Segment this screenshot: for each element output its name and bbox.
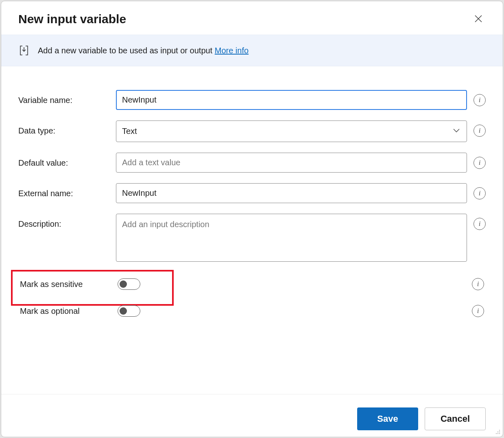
row-variable-name: Variable name: i	[18, 90, 486, 110]
external-name-input[interactable]	[116, 183, 467, 203]
banner-text-content: Add a new variable to be used as input o…	[38, 46, 215, 55]
row-external-name: External name: i	[18, 183, 486, 203]
banner-text: Add a new variable to be used as input o…	[38, 46, 249, 55]
variable-name-info-icon[interactable]: i	[473, 94, 486, 106]
row-description: Description: i	[18, 214, 486, 262]
external-name-label: External name:	[18, 183, 116, 198]
row-data-type: Data type: Text i	[18, 120, 486, 142]
data-type-info-icon[interactable]: i	[473, 125, 486, 137]
mark-sensitive-toggle[interactable]	[118, 278, 140, 290]
info-banner: Add a new variable to be used as input o…	[1, 35, 503, 66]
dialog-title: New input variable	[18, 12, 126, 26]
default-value-label: Default value:	[18, 153, 116, 168]
description-info-icon[interactable]: i	[473, 218, 486, 230]
data-type-select[interactable]: Text	[116, 120, 467, 142]
variable-name-label: Variable name:	[18, 90, 116, 105]
save-button[interactable]: Save	[357, 407, 418, 430]
chevron-down-icon	[452, 126, 461, 137]
mark-optional-label: Mark as optional	[20, 307, 118, 316]
mark-sensitive-label: Mark as sensitive	[20, 280, 118, 289]
default-value-info-icon[interactable]: i	[473, 157, 486, 169]
cancel-button[interactable]: Cancel	[425, 407, 486, 430]
more-info-link[interactable]: More info	[215, 46, 249, 55]
svg-point-5	[499, 431, 500, 432]
new-input-variable-dialog: New input variable Add a new variable to…	[1, 1, 503, 437]
mark-optional-info-icon[interactable]: i	[472, 305, 484, 317]
row-mark-sensitive: Mark as sensitive i	[18, 272, 486, 296]
mark-optional-toggle[interactable]	[118, 305, 140, 317]
toggle-knob	[120, 280, 127, 288]
input-variable-icon	[18, 45, 30, 56]
toggle-knob	[120, 307, 127, 315]
svg-point-4	[497, 431, 498, 432]
data-type-value: Text	[122, 127, 137, 136]
mark-sensitive-info-icon[interactable]: i	[472, 278, 484, 290]
row-mark-optional: Mark as optional i	[18, 299, 486, 323]
description-label: Description:	[18, 214, 116, 229]
default-value-input[interactable]	[116, 153, 467, 173]
resize-grip-icon[interactable]	[494, 428, 501, 435]
svg-point-8	[499, 433, 500, 434]
variable-name-input[interactable]	[116, 90, 467, 110]
svg-point-3	[499, 430, 500, 431]
svg-point-6	[496, 433, 497, 434]
data-type-label: Data type:	[18, 120, 116, 136]
row-mark-sensitive-wrap: Mark as sensitive i	[18, 272, 486, 296]
description-input[interactable]	[116, 214, 467, 262]
row-default-value: Default value: i	[18, 153, 486, 173]
form-body: Variable name: i Data type: Text i Defau…	[1, 66, 503, 394]
external-name-info-icon[interactable]: i	[473, 187, 486, 199]
close-icon	[474, 15, 482, 24]
dialog-header: New input variable	[1, 1, 503, 35]
svg-point-7	[497, 433, 498, 434]
close-button[interactable]	[471, 12, 486, 26]
dialog-footer: Save Cancel	[1, 394, 503, 437]
